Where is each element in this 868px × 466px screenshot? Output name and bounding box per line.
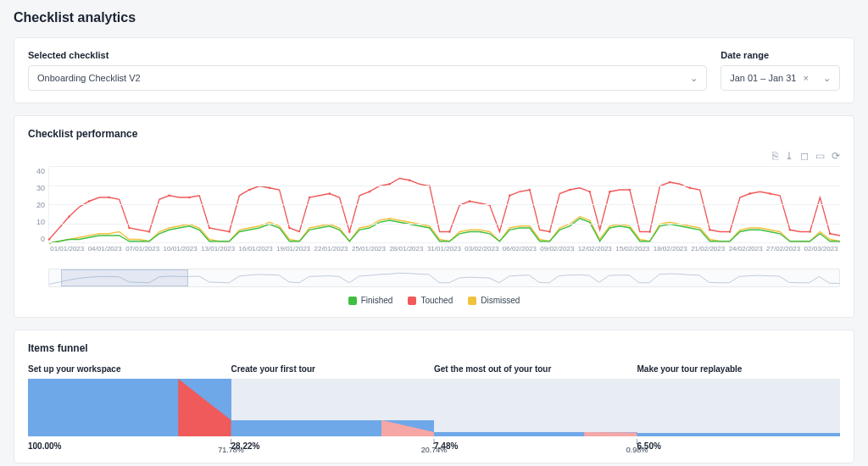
down-arrow-icon: ↓ [419,436,449,446]
svg-point-6 [168,194,170,197]
x-tick: 27/02/2023 [765,245,802,260]
funnel-step-pct: 6.50% [637,441,841,451]
y-tick: 30 [28,184,45,192]
svg-point-36 [769,192,771,195]
y-tick: 0 [28,235,45,243]
date-filter-label: Date range [721,50,840,60]
funnel-step-pct: 7.48% [434,441,637,451]
checklist-select-value: Onboarding Checklist V2 [37,73,141,83]
svg-point-38 [809,230,811,233]
svg-point-32 [689,186,692,189]
svg-point-20 [448,230,451,233]
chart-plot-area[interactable] [48,167,840,243]
funnel-bar [637,379,841,436]
funnel-step-label: Get the most out of your tour [434,364,637,374]
funnel-drop: ↓20.74% [419,436,449,454]
svg-point-8 [209,227,211,230]
performance-card: Checklist performance ⎘ ⤓ ◻ ▭ ⟳ 40302010… [14,115,854,318]
dismissed-swatch [468,297,476,305]
date-range-value: Jan 01 – Jan 31 [730,73,796,83]
finished-swatch [348,297,357,305]
svg-point-9 [228,230,231,233]
x-tick: 18/02/2023 [652,245,689,260]
svg-point-5 [148,230,151,233]
series-line [49,219,840,243]
page-root: Checklist analytics Selected checklist O… [0,0,868,466]
x-tick: 04/01/2023 [86,245,123,260]
date-filter: Date range Jan 01 – Jan 31 × ⌄ [721,50,840,91]
down-arrow-icon: ↓ [216,436,247,446]
chevron-down-icon: ⌄ [823,73,831,83]
x-axis-ticks: 01/01/202304/01/202307/01/202310/01/2023… [48,245,840,260]
svg-point-35 [748,192,751,195]
x-tick: 16/01/2023 [236,245,274,260]
download-icon[interactable]: ⤓ [785,150,793,162]
svg-point-21 [469,200,471,202]
funnel-bar [434,379,637,436]
down-arrow-icon: ↓ [622,436,653,446]
svg-point-11 [269,186,271,189]
copy-icon[interactable]: ⎘ [772,150,778,162]
clear-date-icon[interactable]: × [804,73,809,83]
minimap-selection[interactable] [61,269,188,286]
funnel-step-label: Create your first tour [231,364,435,374]
svg-point-29 [629,189,632,191]
chart-toolbar: ⎘ ⤓ ◻ ▭ ⟳ [28,150,840,162]
checklist-filter: Selected checklist Onboarding Checklist … [28,50,707,91]
chevron-down-icon: ⌄ [690,73,698,84]
performance-title: Checklist performance [28,128,840,140]
zoom-out-icon[interactable]: ▭ [815,150,825,162]
svg-point-26 [569,189,571,191]
date-range-select[interactable]: Jan 01 – Jan 31 × ⌄ [721,65,840,91]
x-tick: 06/02/2023 [501,245,538,260]
x-tick: 12/02/2023 [576,245,614,260]
touched-swatch [408,297,416,305]
funnel-chart: Set up your workspace100.00%↓71.78%Creat… [28,364,840,451]
svg-point-7 [188,197,191,199]
funnel-drop: ↓71.78% [216,436,247,454]
svg-point-10 [248,189,251,191]
svg-point-15 [348,230,351,233]
svg-point-14 [328,192,331,195]
x-tick: 21/02/2023 [689,245,726,260]
reset-icon[interactable]: ⟳ [832,150,840,162]
funnel-bar [231,379,435,436]
x-tick: 01/01/2023 [48,245,86,260]
funnel-step: Create your first tour28.22%↓20.74% [231,364,435,451]
x-tick: 09/02/2023 [538,245,576,260]
funnel-step-pct: 28.22% [231,441,435,451]
svg-point-13 [309,197,311,199]
svg-point-0 [48,238,51,241]
funnel-step: Make your tour replayable6.50% [637,364,841,451]
funnel-step-label: Make your tour replayable [637,364,841,374]
svg-point-28 [609,191,611,193]
funnel-card: Items funnel Set up your workspace100.00… [14,330,854,463]
x-tick: 19/01/2023 [275,245,312,260]
x-tick: 22/01/2023 [312,245,349,260]
zoom-in-icon[interactable]: ◻ [800,150,809,162]
funnel-step-label: Set up your workspace [28,364,231,374]
svg-point-4 [128,227,131,230]
funnel-drop: ↓0.98% [622,436,653,454]
chart-legend: Finished Touched Dismissed [28,296,840,305]
x-tick: 15/02/2023 [614,245,651,260]
legend-dismissed[interactable]: Dismissed [468,296,520,305]
svg-point-30 [648,230,651,233]
checklist-select[interactable]: Onboarding Checklist V2 ⌄ [28,65,707,91]
x-tick: 07/01/2023 [124,245,161,260]
legend-touched[interactable]: Touched [408,296,453,305]
x-tick: 10/01/2023 [161,245,198,260]
x-tick: 31/01/2023 [426,245,463,260]
funnel-step: Get the most out of your tour7.48%↓0.98% [434,364,637,451]
performance-chart: 403020100 01/01/202304/01/202307/01/2023… [28,167,840,260]
chart-minimap[interactable] [48,269,840,287]
funnel-step-pct: 100.00% [28,441,231,451]
svg-point-3 [108,197,111,199]
x-tick: 03/02/2023 [463,245,500,260]
svg-point-12 [288,227,291,230]
svg-point-37 [789,229,792,231]
svg-point-39 [829,232,832,235]
legend-finished[interactable]: Finished [348,296,393,305]
y-tick: 20 [28,201,45,209]
svg-point-16 [369,191,371,193]
